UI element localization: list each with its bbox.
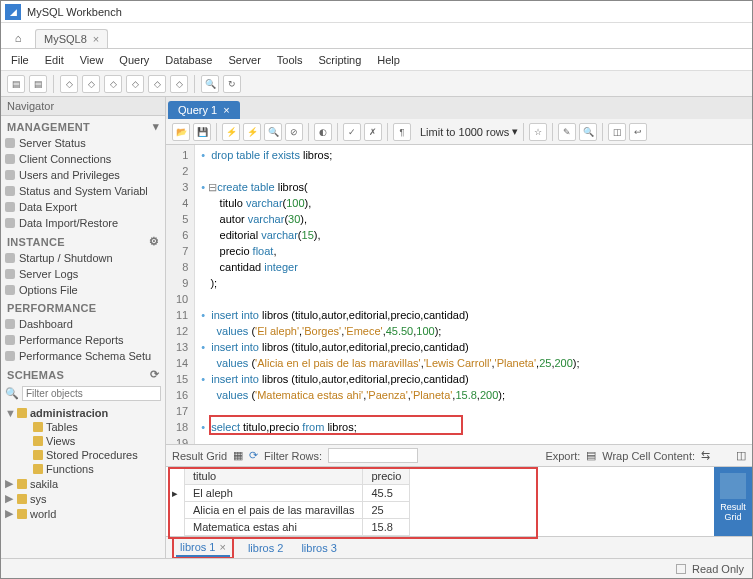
- app-title: MySQL Workbench: [27, 6, 122, 18]
- home-button[interactable]: ⌂: [7, 28, 29, 48]
- schema-views[interactable]: Views: [5, 434, 161, 448]
- result-tab-1[interactable]: libros 1×: [176, 539, 230, 557]
- nav-data-import[interactable]: Data Import/Restore: [1, 215, 165, 231]
- star-icon[interactable]: ☆: [529, 123, 547, 141]
- menu-database[interactable]: Database: [165, 54, 212, 66]
- close-icon[interactable]: ×: [93, 33, 99, 45]
- reconnect-icon[interactable]: ↻: [223, 75, 241, 93]
- schemas-filter-input[interactable]: [22, 386, 161, 401]
- stop-icon[interactable]: ⊘: [285, 123, 303, 141]
- results-panel: Result Grid ▦ ⟳ Filter Rows: Export: ▤ W…: [166, 444, 752, 558]
- rollback-icon[interactable]: ✗: [364, 123, 382, 141]
- toggle-whitespace-icon[interactable]: ¶: [393, 123, 411, 141]
- nav-server-status[interactable]: Server Status: [1, 135, 165, 151]
- find-icon[interactable]: 🔍: [579, 123, 597, 141]
- filter-icon[interactable]: ⟳: [249, 449, 258, 462]
- menu-server[interactable]: Server: [228, 54, 260, 66]
- menu-query[interactable]: Query: [119, 54, 149, 66]
- readonly-label: Read Only: [692, 563, 744, 575]
- close-icon[interactable]: ×: [219, 541, 225, 553]
- toggle-invisible-icon[interactable]: ◫: [608, 123, 626, 141]
- row-pointer-icon: ▸: [172, 487, 178, 500]
- search-icon: 🔍: [5, 387, 19, 400]
- col-precio[interactable]: precio: [363, 468, 410, 485]
- app-icon: ◢: [5, 4, 21, 20]
- close-icon[interactable]: ×: [223, 104, 229, 116]
- query-tab-label: Query 1: [178, 104, 217, 116]
- sql-editor[interactable]: 1234567891011121314151617181920212223 • …: [166, 145, 752, 444]
- nav-data-export[interactable]: Data Export: [1, 199, 165, 215]
- add-schema-icon[interactable]: ◇: [60, 75, 78, 93]
- add-routine-icon[interactable]: ◇: [126, 75, 144, 93]
- filter-rows-input[interactable]: [328, 448, 418, 463]
- menubar: File Edit View Query Database Server Too…: [1, 49, 752, 71]
- add-function-icon[interactable]: ◇: [148, 75, 166, 93]
- result-side-panel[interactable]: Result Grid: [714, 467, 752, 536]
- save-icon[interactable]: 💾: [193, 123, 211, 141]
- nav-options-file[interactable]: Options File: [1, 282, 165, 298]
- execute-icon[interactable]: ⚡: [222, 123, 240, 141]
- explain-icon[interactable]: 🔍: [264, 123, 282, 141]
- nav-users-privileges[interactable]: Users and Privileges: [1, 167, 165, 183]
- line-gutter: 1234567891011121314151617181920212223: [166, 145, 195, 444]
- expand-icon[interactable]: ▾: [153, 120, 159, 133]
- nav-dashboard[interactable]: Dashboard: [1, 316, 165, 332]
- add-trigger-icon[interactable]: ◇: [170, 75, 188, 93]
- table-row: El aleph45.5: [185, 485, 410, 502]
- result-tab-2[interactable]: libros 2: [244, 540, 287, 556]
- refresh-icon[interactable]: ⟳: [150, 368, 159, 381]
- menu-view[interactable]: View: [80, 54, 104, 66]
- nav-status-variables[interactable]: Status and System Variabl: [1, 183, 165, 199]
- nav-client-connections[interactable]: Client Connections: [1, 151, 165, 167]
- chevron-down-icon[interactable]: ▾: [512, 125, 518, 138]
- search-icon[interactable]: 🔍: [201, 75, 219, 93]
- table-row: Alicia en el pais de las maravillas25: [185, 502, 410, 519]
- nav-startup-shutdown[interactable]: Startup / Shutdown: [1, 250, 165, 266]
- schema-sakila[interactable]: ▶sakila: [5, 476, 161, 491]
- panel-toggle-icon[interactable]: ◫: [736, 449, 746, 462]
- nav-perf-reports[interactable]: Performance Reports: [1, 332, 165, 348]
- schema-sys[interactable]: ▶sys: [5, 491, 161, 506]
- beautify-icon[interactable]: ✎: [558, 123, 576, 141]
- code-area[interactable]: • drop table if exists libros; • ⊟create…: [195, 145, 585, 444]
- toggle-autocommit-icon[interactable]: ◐: [314, 123, 332, 141]
- menu-help[interactable]: Help: [377, 54, 400, 66]
- connection-tab-bar: ⌂ MySQL8 ×: [1, 23, 752, 49]
- schema-tables[interactable]: Tables: [5, 420, 161, 434]
- filter-rows-label: Filter Rows:: [264, 450, 322, 462]
- nav-server-logs[interactable]: Server Logs: [1, 266, 165, 282]
- main-area: Query 1 × 📂 💾 ⚡ ⚡ 🔍 ⊘ ◐ ✓ ✗ ¶ Limit to 1…: [166, 97, 752, 558]
- gear-icon[interactable]: ⚙: [149, 235, 159, 248]
- open-file-icon[interactable]: 📂: [172, 123, 190, 141]
- commit-icon[interactable]: ✓: [343, 123, 361, 141]
- wrap-icon[interactable]: ↩: [629, 123, 647, 141]
- schema-world[interactable]: ▶world: [5, 506, 161, 521]
- result-grid[interactable]: tituloprecio El aleph45.5 Alicia en el p…: [184, 467, 410, 536]
- menu-edit[interactable]: Edit: [45, 54, 64, 66]
- result-tab-3[interactable]: libros 3: [297, 540, 340, 556]
- query-tab[interactable]: Query 1 ×: [168, 101, 240, 119]
- result-grid-icon[interactable]: [720, 473, 746, 499]
- add-view-icon[interactable]: ◇: [104, 75, 122, 93]
- navigator-panel: Navigator MANAGEMENT▾ Server Status Clie…: [1, 97, 166, 558]
- execute-current-icon[interactable]: ⚡: [243, 123, 261, 141]
- new-sql-tab-icon[interactable]: ▤: [7, 75, 25, 93]
- wrap-toggle-icon[interactable]: ⇆: [701, 449, 710, 462]
- add-table-icon[interactable]: ◇: [82, 75, 100, 93]
- instance-section: INSTANCE⚙: [1, 231, 165, 250]
- open-sql-icon[interactable]: ▤: [29, 75, 47, 93]
- export-icon[interactable]: ▤: [586, 449, 596, 462]
- menu-file[interactable]: File: [11, 54, 29, 66]
- row-limit-label: Limit to 1000 rows: [420, 126, 509, 138]
- row-limit[interactable]: Limit to 1000 rows ▾: [420, 125, 518, 138]
- connection-tab[interactable]: MySQL8 ×: [35, 29, 108, 48]
- schema-functions[interactable]: Functions: [5, 462, 161, 476]
- schema-administracion[interactable]: ▼administracion: [5, 406, 161, 420]
- titlebar: ◢ MySQL Workbench: [1, 1, 752, 23]
- schema-stored-procedures[interactable]: Stored Procedures: [5, 448, 161, 462]
- status-indicator-icon: [676, 564, 686, 574]
- menu-tools[interactable]: Tools: [277, 54, 303, 66]
- nav-perf-schema[interactable]: Performance Schema Setu: [1, 348, 165, 364]
- menu-scripting[interactable]: Scripting: [319, 54, 362, 66]
- col-titulo[interactable]: titulo: [185, 468, 363, 485]
